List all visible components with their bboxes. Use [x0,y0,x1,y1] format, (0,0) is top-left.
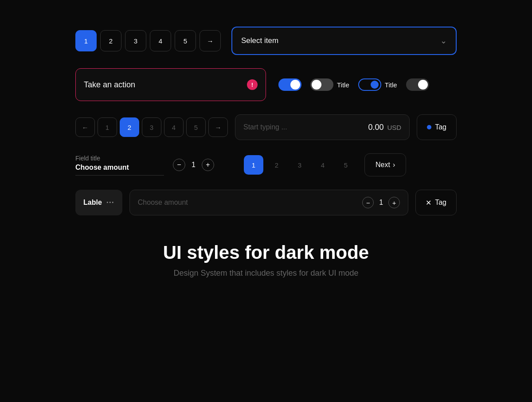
stepper1-value: 1 [192,161,196,169]
page5-btn[interactable]: 5 [175,30,196,51]
action-input-text: Take an action [84,80,135,90]
main-container: 1 2 3 4 5 → Select item ⌄ Take an action… [75,27,457,215]
stepper-input-controls: − 1 + [362,197,400,208]
pagination2-next-btn[interactable]: → [208,117,228,137]
toggle3-radio[interactable] [358,78,381,91]
chevron-down-icon: ⌄ [440,36,447,46]
dots-icon: ··· [106,198,114,207]
pagination2: ← 1 2 3 4 5 → [75,117,228,137]
field-title: Field title [75,155,164,162]
toggle4-wrap [406,78,429,91]
pag3-page2-btn[interactable]: 2 [267,155,286,175]
row2: Take an action ! Title [75,68,457,101]
footer: UI styles for dark mode Design System th… [163,242,369,278]
radio-dot [371,81,379,89]
toggle1-thumb [290,80,300,90]
toggle4[interactable] [406,78,429,91]
toggle2-wrap: Title [310,78,349,91]
pagination1: 1 2 3 4 5 → [75,30,221,51]
stepper-input-plus-btn[interactable]: + [388,197,400,208]
row5: Lable ··· Choose amount − 1 + ✕ Tag [75,190,457,215]
text-input-placeholder: Start typing ... [243,123,287,131]
stepper1-plus-btn[interactable]: + [202,159,214,171]
toggle4-thumb [418,80,428,90]
field-value: Choose amount [75,164,164,176]
page3-btn[interactable]: 3 [125,30,146,51]
row1: 1 2 3 4 5 → Select item ⌄ [75,27,457,55]
label-btn[interactable]: Lable ··· [75,190,122,215]
footer-title: UI styles for dark mode [163,242,369,263]
toggle3-wrap: Title [358,78,397,91]
stepper1: − 1 + [173,159,235,171]
pagination2-prev-btn[interactable]: ← [75,117,95,137]
currency-label: USD [387,124,402,131]
page4-btn[interactable]: 4 [150,30,171,51]
select-label: Select item [241,36,278,45]
toggle3-label: Title [385,81,397,89]
stepper-input-value: 1 [379,199,383,207]
page1-btn[interactable]: 1 [75,30,97,51]
stepper-input-label: Choose amount [138,199,188,207]
pag2-page1-btn[interactable]: 1 [98,117,117,137]
pagination1-next-btn[interactable]: → [200,30,221,51]
stepper1-minus-btn[interactable]: − [173,159,185,171]
pag3-page5-btn[interactable]: 5 [336,155,356,175]
tag1-dot [427,125,431,129]
page2-btn[interactable]: 2 [100,30,121,51]
pag2-page3-btn[interactable]: 3 [142,117,161,137]
tag1-btn[interactable]: Tag [417,114,457,140]
select-dropdown[interactable]: Select item ⌄ [231,27,457,55]
toggle2-label: Title [337,81,349,89]
amount-value: 0.00 [368,123,383,132]
pagination3: 1 2 3 4 5 [244,155,356,175]
label-btn-text: Lable [83,199,102,207]
field-group: Field title Choose amount [75,155,164,176]
tag2-x-icon: ✕ [426,199,431,207]
toggle2[interactable] [310,78,333,91]
footer-subtitle: Design System that includes styles for d… [163,269,369,278]
tag2-label: Tag [435,199,446,207]
stepper-input-minus-btn[interactable]: − [362,197,374,208]
toggle1[interactable] [278,78,301,91]
next-btn[interactable]: Next › [364,153,406,176]
pag2-page4-btn[interactable]: 4 [164,117,184,137]
toggle2-thumb [312,80,321,90]
pag3-page4-btn[interactable]: 4 [313,155,332,175]
pag2-page5-btn[interactable]: 5 [186,117,206,137]
action-input[interactable]: Take an action ! [75,68,266,101]
next-btn-label: Next [376,161,390,169]
amount-display: 0.00 USD [368,123,401,132]
pag3-page1-btn[interactable]: 1 [244,155,263,175]
toggle1-wrap [278,78,301,91]
pag2-page2-btn[interactable]: 2 [120,117,139,137]
tag2-btn[interactable]: ✕ Tag [415,190,457,215]
tag1-label: Tag [435,123,446,131]
pag3-page3-btn[interactable]: 3 [290,155,309,175]
stepper-input-box[interactable]: Choose amount − 1 + [129,190,408,215]
text-input-box[interactable]: Start typing ... 0.00 USD [235,114,410,140]
row3: ← 1 2 3 4 5 → Start typing ... 0.00 USD … [75,114,457,140]
error-icon: ! [247,79,258,90]
toggles-group: Title Title [278,78,429,91]
row4: Field title Choose amount − 1 + 1 2 3 4 … [75,153,457,176]
next-arrow-icon: › [393,161,395,169]
